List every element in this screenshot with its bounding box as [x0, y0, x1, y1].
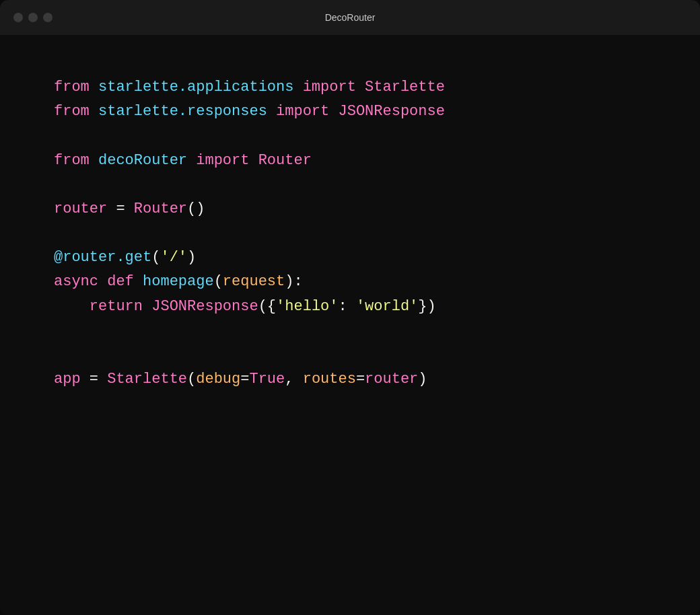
code-token: Starlette: [107, 371, 187, 388]
code-token: (: [214, 273, 223, 290]
code-token: router: [365, 371, 418, 388]
blank-line: [54, 343, 646, 367]
code-token: [90, 79, 98, 96]
code-token: import: [303, 79, 356, 96]
code-token: =: [81, 371, 108, 388]
code-token: request: [223, 273, 285, 290]
code-token: routes: [303, 371, 356, 388]
code-token: starlette.applications: [98, 79, 293, 96]
code-token: (): [187, 201, 205, 217]
code-token: [267, 103, 276, 120]
blank-line: [54, 124, 646, 149]
traffic-lights: [13, 13, 53, 22]
code-token: decoRouter: [98, 152, 187, 169]
code-token: =: [240, 371, 249, 388]
code-line: async def homepage(request):: [54, 270, 646, 294]
code-token: [249, 152, 258, 169]
code-token: :: [339, 298, 356, 315]
code-token: ):: [285, 273, 302, 290]
code-token: ): [418, 371, 427, 388]
code-line: app = Starlette(debug=True, routes=route…: [54, 367, 646, 392]
code-token: [90, 103, 98, 120]
code-token: homepage: [143, 273, 214, 290]
code-token: '/': [160, 249, 187, 266]
maximize-button[interactable]: [43, 13, 53, 22]
code-token: return: [54, 298, 143, 315]
titlebar: DecoRouter: [0, 0, 700, 35]
blank-line: [54, 221, 646, 246]
code-line: return JSONResponse({'hello': 'world'}): [54, 295, 646, 319]
code-token: [134, 273, 143, 290]
code-token: debug: [196, 371, 240, 388]
code-token: @router.get: [54, 249, 151, 266]
code-token: 'hello': [276, 298, 338, 315]
code-token: [98, 273, 107, 290]
code-line: @router.get('/'): [54, 246, 646, 270]
code-token: from: [54, 152, 90, 169]
blank-line: [54, 319, 646, 343]
code-token: Router: [258, 152, 312, 169]
code-token: ({: [258, 298, 276, 315]
code-line: router = Router(): [54, 197, 646, 221]
code-token: async: [54, 273, 98, 290]
window-title: DecoRouter: [325, 12, 376, 23]
code-token: }): [418, 298, 435, 315]
code-token: [329, 103, 338, 120]
code-token: JSONResponse: [151, 298, 258, 315]
code-token: from: [54, 79, 90, 96]
code-token: =: [107, 201, 134, 217]
code-token: ,: [285, 371, 302, 388]
code-token: def: [107, 273, 134, 290]
code-token: starlette.responses: [98, 103, 267, 120]
code-token: (: [151, 249, 160, 266]
code-line: from starlette.applications import Starl…: [54, 75, 646, 100]
window: DecoRouter from starlette.applications i…: [0, 0, 700, 615]
code-token: JSONResponse: [338, 103, 444, 120]
code-area: from starlette.applications import Starl…: [0, 35, 700, 432]
code-token: (: [187, 371, 196, 388]
code-token: Router: [134, 201, 187, 217]
code-token: =: [356, 371, 365, 388]
code-token: 'world': [356, 298, 418, 315]
minimize-button[interactable]: [28, 13, 38, 22]
code-line: from decoRouter import Router: [54, 149, 646, 173]
code-token: [356, 79, 365, 96]
code-token: [293, 79, 302, 96]
code-line: from starlette.responses import JSONResp…: [54, 100, 646, 124]
close-button[interactable]: [13, 13, 23, 22]
code-token: [143, 298, 151, 315]
code-token: import: [276, 103, 329, 120]
code-token: [90, 152, 98, 169]
code-token: [187, 152, 196, 169]
blank-line: [54, 173, 646, 197]
code-token: Starlette: [365, 79, 445, 96]
code-token: router: [54, 201, 107, 217]
code-token: True: [249, 371, 285, 388]
code-token: ): [187, 249, 196, 266]
code-token: import: [196, 152, 249, 169]
code-token: from: [54, 103, 90, 120]
code-token: app: [54, 371, 81, 388]
